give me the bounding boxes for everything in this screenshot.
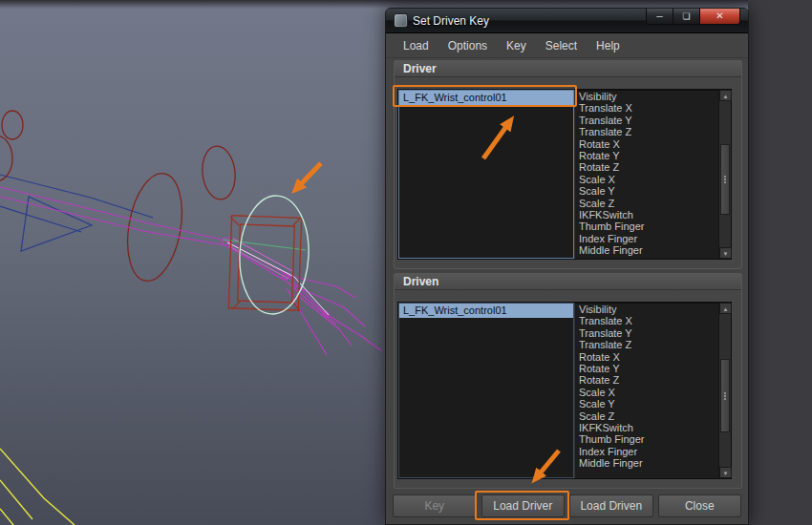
driven-attribute-list[interactable]: VisibilityTranslate XTranslate YTranslat… bbox=[574, 303, 718, 478]
driver-attribute-item[interactable]: Visibility bbox=[575, 91, 718, 102]
maximize-button[interactable]: ❏ bbox=[673, 9, 700, 25]
driver-attribute-item[interactable]: Rotate Y bbox=[575, 150, 718, 161]
titlebar[interactable]: Set Driven Key ─ ❏ ✕ bbox=[386, 9, 748, 33]
driven-section-title: Driven bbox=[403, 275, 438, 288]
driven-section: Driven L_FK_Wrist_control01 VisibilityTr… bbox=[394, 273, 742, 489]
driven-object-list[interactable]: L_FK_Wrist_control01 bbox=[398, 303, 574, 478]
driver-attribute-item[interactable]: Translate Y bbox=[575, 115, 718, 126]
driven-attribute-item[interactable]: Scale X bbox=[575, 387, 718, 398]
scroll-up-icon[interactable]: ▲ bbox=[719, 303, 732, 314]
driven-attribute-item[interactable]: Rotate X bbox=[575, 351, 718, 363]
driven-section-header[interactable]: Driven bbox=[395, 274, 741, 290]
driven-attribute-item[interactable]: Visibility bbox=[575, 304, 718, 315]
driver-attribute-list[interactable]: VisibilityTranslate XTranslate YTranslat… bbox=[574, 90, 718, 259]
shoulder-control-curves[interactable] bbox=[0, 111, 238, 285]
driven-attribute-item[interactable]: Index Finger bbox=[575, 446, 718, 457]
driven-attribute-item[interactable]: IKFKSwitch bbox=[575, 422, 718, 433]
driver-attribute-item[interactable]: Scale X bbox=[575, 174, 718, 185]
driver-attribute-item[interactable]: IKFKSwitch bbox=[575, 209, 718, 220]
maya-screen: Set Driven Key ─ ❏ ✕ LoadOptionsKeySelec… bbox=[0, 0, 812, 525]
window-title: Set Driven Key bbox=[413, 14, 489, 28]
scroll-down-icon[interactable]: ▼ bbox=[719, 247, 732, 259]
menu-bar: LoadOptionsKeySelectHelp bbox=[386, 33, 748, 58]
driven-listbox: L_FK_Wrist_control01 VisibilityTranslate… bbox=[397, 302, 732, 479]
driver-section-title: Driver bbox=[403, 62, 437, 75]
driver-attribute-item[interactable]: Translate Z bbox=[575, 126, 718, 137]
driver-attribute-item[interactable]: Scale Z bbox=[575, 198, 718, 209]
driver-object-list[interactable]: L_FK_Wrist_control01 bbox=[398, 90, 574, 259]
background-panel bbox=[748, 0, 812, 525]
driver-attribute-item[interactable]: Rotate Z bbox=[575, 161, 718, 173]
driver-attribute-item[interactable]: Thumb Finger bbox=[575, 220, 718, 232]
load-driven-button[interactable]: Load Driven bbox=[569, 494, 653, 517]
driven-object-item[interactable]: L_FK_Wrist_control01 bbox=[399, 304, 573, 318]
close-window-button[interactable]: ✕ bbox=[700, 9, 740, 25]
scrollbar-grip-icon bbox=[724, 395, 726, 397]
close-icon: ✕ bbox=[716, 11, 723, 21]
key-button[interactable]: Key bbox=[393, 494, 477, 517]
driver-attribute-item[interactable]: Translate X bbox=[575, 102, 718, 114]
driver-section-header[interactable]: Driver bbox=[395, 61, 741, 77]
close-dialog-button[interactable]: Close bbox=[658, 494, 742, 517]
driver-scrollbar[interactable]: ▲ ▼ bbox=[718, 90, 731, 259]
driver-attribute-item[interactable]: Middle Finger bbox=[575, 244, 718, 256]
annotation-box-driver-object bbox=[393, 85, 577, 107]
minimize-button[interactable]: ─ bbox=[646, 9, 673, 25]
menu-item[interactable]: Key bbox=[497, 35, 536, 56]
driven-attribute-item[interactable]: Translate Z bbox=[575, 339, 718, 350]
driver-listbox: L_FK_Wrist_control01 VisibilityTranslate… bbox=[397, 89, 732, 260]
menu-item[interactable]: Load bbox=[394, 35, 438, 56]
window-controls: ─ ❏ ✕ bbox=[646, 9, 740, 25]
window-app-icon bbox=[394, 13, 408, 28]
skeleton-bone-lines bbox=[0, 175, 153, 251]
scroll-up-icon[interactable]: ▲ bbox=[719, 90, 732, 101]
scrollbar-grip-icon bbox=[724, 178, 726, 180]
minimize-icon: ─ bbox=[656, 12, 662, 21]
annotation-box-load-driver-button bbox=[475, 491, 569, 520]
driven-attribute-item[interactable]: Rotate Y bbox=[575, 363, 718, 374]
menu-item[interactable]: Help bbox=[587, 35, 630, 56]
driven-attribute-item[interactable]: Translate X bbox=[575, 315, 718, 326]
scroll-down-icon[interactable]: ▼ bbox=[719, 467, 732, 478]
menu-item[interactable]: Select bbox=[536, 35, 587, 56]
driven-attribute-item[interactable]: Translate Y bbox=[575, 327, 718, 339]
maximize-icon: ❏ bbox=[682, 12, 690, 21]
driven-attribute-item[interactable]: Scale Z bbox=[575, 410, 718, 422]
driven-attribute-item[interactable]: Thumb Finger bbox=[575, 433, 718, 445]
driven-scrollbar[interactable]: ▲ ▼ bbox=[718, 303, 731, 478]
driven-attribute-item[interactable]: Rotate Z bbox=[575, 374, 718, 386]
arm-skeleton-wireframe bbox=[0, 187, 382, 355]
driven-attribute-item[interactable]: Middle Finger bbox=[575, 457, 718, 469]
driven-scrollbar-thumb[interactable] bbox=[720, 359, 730, 432]
driver-attribute-item[interactable]: Rotate X bbox=[575, 138, 718, 150]
driver-attribute-item[interactable]: Index Finger bbox=[575, 233, 718, 244]
driver-attribute-item[interactable]: Scale Y bbox=[575, 185, 718, 197]
menu-item[interactable]: Options bbox=[438, 35, 497, 56]
driven-attribute-item[interactable]: Scale Y bbox=[575, 398, 718, 410]
driver-scrollbar-thumb[interactable] bbox=[720, 144, 730, 215]
yellow-control-curve[interactable] bbox=[0, 449, 75, 525]
